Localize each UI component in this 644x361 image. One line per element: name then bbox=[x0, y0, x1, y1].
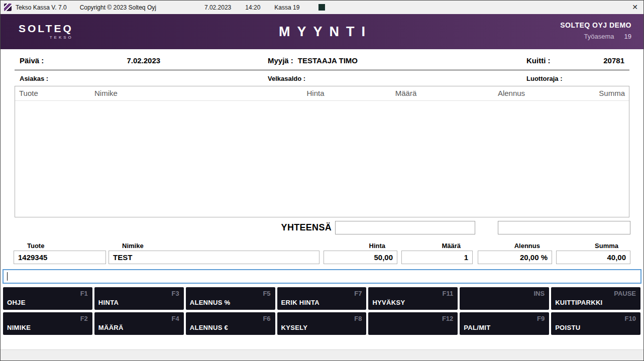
fkey-maara[interactable]: F4 MÄÄRÄ bbox=[94, 312, 184, 335]
total-secondary-field[interactable] bbox=[498, 221, 630, 234]
price-column-label: Hinta bbox=[324, 242, 397, 250]
date-zone: Päivä : 7.02.2023 bbox=[20, 56, 268, 65]
fkey-key: F6 bbox=[263, 315, 270, 322]
fkey-nimike[interactable]: F2 NIMIKE bbox=[3, 312, 92, 335]
fkey-key: F4 bbox=[172, 315, 179, 322]
fkey-alennus-eur[interactable]: F6 ALENNUS € bbox=[186, 312, 275, 335]
fkey-key: F12 bbox=[442, 315, 453, 322]
quantity-column-label: Määrä bbox=[401, 242, 473, 250]
fkey-label: KYSELY bbox=[281, 324, 308, 331]
price-field[interactable]: 50,00 bbox=[324, 251, 397, 264]
fkey-key: PAUSE bbox=[614, 290, 636, 297]
app-title: Tekso Kassa V. 7.0 bbox=[16, 4, 67, 11]
status-footer bbox=[1, 349, 643, 360]
receipt-number: 20781 bbox=[603, 56, 624, 65]
fkey-key: F9 bbox=[537, 315, 545, 322]
register-label: Kassa 19 bbox=[274, 4, 299, 11]
column-header-summa: Summa bbox=[562, 89, 625, 97]
fkey-key: F8 bbox=[354, 315, 362, 322]
seller-label: Myyjä : bbox=[268, 56, 293, 65]
column-header-maara: Määrä bbox=[351, 89, 461, 97]
app-window: Tekso Kassa V. 7.0 Copyright © 2023 Solt… bbox=[0, 0, 644, 361]
fkey-label: MÄÄRÄ bbox=[98, 324, 124, 331]
discount-column-label: Alennus bbox=[478, 242, 552, 250]
header-band: SOLTEQ TEKSO MYYNTI SOLTEQ OYJ DEMO Työa… bbox=[1, 14, 643, 49]
fkey-key: F11 bbox=[443, 290, 454, 297]
receipt-label: Kuitti : bbox=[526, 56, 550, 65]
total-label: YHTEENSÄ bbox=[281, 222, 332, 233]
product-code-field[interactable]: 1429345 bbox=[14, 251, 106, 264]
seller-value: TESTAAJA TIMO bbox=[298, 56, 358, 65]
logo-tekso-text: TEKSO bbox=[50, 35, 73, 40]
titlebar-time: 14:20 bbox=[245, 4, 260, 11]
workstation-number: 19 bbox=[624, 33, 631, 40]
company-name: SOLTEQ OYJ DEMO bbox=[560, 21, 631, 29]
debt-label: Velkasaldo : bbox=[268, 75, 526, 82]
customer-info-row: Asiakas : Velkasaldo : Luottoraja : bbox=[1, 70, 643, 86]
logo-solteq-text: SOLTEQ bbox=[19, 23, 73, 34]
fkey-ins[interactable]: INS bbox=[460, 287, 549, 310]
column-header-alennus: Alennus bbox=[461, 89, 562, 97]
fkey-label: OHJE bbox=[7, 299, 26, 306]
fkey-label: ALENNUS % bbox=[190, 299, 231, 306]
discount-field[interactable]: 20,00 % bbox=[478, 251, 552, 264]
sum-column-label: Summa bbox=[556, 242, 630, 250]
fkey-key: INS bbox=[533, 290, 545, 297]
sales-table: Tuote Nimike Hinta Määrä Alennus Summa bbox=[15, 86, 629, 217]
total-row: YHTEENSÄ bbox=[1, 221, 630, 234]
name-column-label: Nimike bbox=[109, 242, 319, 250]
column-header-nimike: Nimike bbox=[94, 89, 280, 97]
date-value: 7.02.2023 bbox=[127, 56, 160, 65]
fkey-alennus-pct[interactable]: F5 ALENNUS % bbox=[186, 287, 275, 310]
entry-fields-row: 1429345 TEST 50,00 1 20,00 % 40,00 bbox=[1, 251, 643, 264]
fkey-key: F5 bbox=[263, 290, 270, 297]
fkey-label: ALENNUS € bbox=[190, 324, 228, 331]
header-right: SOLTEQ OYJ DEMO Työasema19 bbox=[560, 21, 631, 40]
quantity-field[interactable]: 1 bbox=[401, 251, 473, 264]
titlebar: Tekso Kassa V. 7.0 Copyright © 2023 Solt… bbox=[1, 1, 643, 14]
command-input-wrap bbox=[3, 269, 641, 284]
copyright-text: Copyright © 2023 Solteq Oyj bbox=[80, 4, 156, 11]
customer-label: Asiakas : bbox=[20, 75, 268, 82]
column-header-tuote: Tuote bbox=[19, 89, 94, 97]
seller-zone: Myyjä : TESTAAJA TIMO bbox=[268, 56, 526, 65]
fkey-poistu[interactable]: F10 POISTU bbox=[551, 312, 640, 335]
fkey-label: PAL/MIT bbox=[464, 324, 490, 331]
close-button[interactable]: ✕ bbox=[626, 1, 643, 14]
workstation-info: Työasema19 bbox=[560, 33, 631, 40]
fkey-kuittiparkki[interactable]: PAUSE KUITTIPARKKI bbox=[551, 287, 640, 310]
product-column-label: Tuote bbox=[14, 242, 106, 250]
sum-field[interactable]: 40,00 bbox=[556, 251, 630, 264]
date-label: Päivä : bbox=[20, 56, 44, 65]
fkey-kysely[interactable]: F8 KYSELY bbox=[277, 312, 367, 335]
fkey-erik-hinta[interactable]: F7 ERIK HINTA bbox=[277, 287, 367, 310]
fkey-hinta[interactable]: F3 HINTA bbox=[94, 287, 184, 310]
fkey-key: F3 bbox=[172, 290, 179, 297]
fkey-f12[interactable]: F12 bbox=[368, 312, 458, 335]
titlebar-date: 7.02.2023 bbox=[204, 4, 231, 11]
fkey-label: POISTU bbox=[555, 324, 580, 331]
solteq-logo: SOLTEQ TEKSO bbox=[19, 23, 73, 40]
fkey-hyvaksy[interactable]: F11 HYVÄKSY bbox=[368, 287, 458, 310]
fkey-pal-mit[interactable]: F9 PAL/MIT bbox=[460, 312, 549, 335]
titlebar-status-icon bbox=[318, 4, 325, 11]
column-header-hinta: Hinta bbox=[280, 89, 351, 97]
sales-table-header: Tuote Nimike Hinta Määrä Alennus Summa bbox=[15, 86, 629, 101]
fkey-label: ERIK HINTA bbox=[281, 299, 319, 306]
entry-labels-row: Tuote Nimike Hinta Määrä Alennus Summa bbox=[1, 242, 643, 250]
screen-title: MYYNTI bbox=[272, 24, 372, 40]
receipt-zone: Kuitti : 20781 bbox=[526, 56, 643, 65]
command-input[interactable] bbox=[3, 269, 641, 284]
fkey-label: HINTA bbox=[98, 299, 119, 306]
workstation-label: Työasema bbox=[584, 33, 614, 40]
fkey-key: F7 bbox=[354, 290, 362, 297]
function-key-panel: F1 OHJE F3 HINTA F5 ALENNUS % F7 ERIK HI… bbox=[3, 287, 640, 335]
fkey-label: NIMIKE bbox=[7, 324, 31, 331]
fkey-label: HYVÄKSY bbox=[372, 299, 405, 306]
fkey-ohje[interactable]: F1 OHJE bbox=[3, 287, 92, 310]
item-name-field[interactable]: TEST bbox=[109, 251, 319, 264]
fkey-key: F2 bbox=[80, 315, 88, 322]
total-amount-field[interactable] bbox=[335, 221, 475, 234]
text-caret bbox=[7, 272, 8, 281]
fkey-label: KUITTIPARKKI bbox=[555, 299, 602, 306]
